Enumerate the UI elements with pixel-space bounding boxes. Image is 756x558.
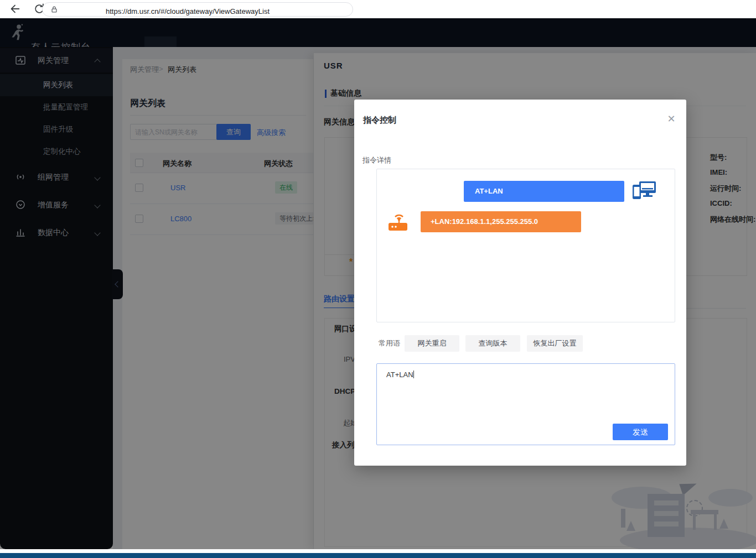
command-control-modal: 指令控制 ✕ 指令详情 AT+LAN +LAN:192.168.1.1,255.… bbox=[354, 100, 686, 466]
gateway-restart-button[interactable]: 网关重启 bbox=[405, 335, 459, 352]
gateway-reply-bubble: +LAN:192.168.1.1,255.255.255.0 bbox=[421, 211, 581, 232]
taskbar-edge bbox=[0, 553, 756, 558]
query-version-button[interactable]: 查询版本 bbox=[465, 335, 520, 352]
page-bottom-strip bbox=[0, 549, 756, 553]
close-icon[interactable]: ✕ bbox=[665, 113, 677, 125]
url-text[interactable]: https://dm.usr.cn/#/cloud/gateway/ViewGa… bbox=[106, 7, 270, 15]
client-device-icon bbox=[633, 180, 657, 202]
common-phrases-label: 常用语 bbox=[379, 338, 400, 348]
send-button[interactable]: 发送 bbox=[613, 424, 668, 440]
browser-bar: https://dm.usr.cn/#/cloud/gateway/ViewGa… bbox=[0, 0, 756, 18]
text-caret bbox=[413, 371, 414, 378]
command-detail-label: 指令详情 bbox=[363, 155, 391, 165]
screen: https://dm.usr.cn/#/cloud/gateway/ViewGa… bbox=[0, 0, 756, 558]
factory-reset-button[interactable]: 恢复出厂设置 bbox=[527, 335, 583, 352]
router-icon bbox=[387, 210, 408, 232]
address-bar[interactable]: https://dm.usr.cn/#/cloud/gateway/ViewGa… bbox=[42, 2, 353, 17]
command-input-value: AT+LAN bbox=[386, 371, 413, 379]
modal-title: 指令控制 bbox=[363, 115, 396, 126]
back-icon[interactable] bbox=[9, 3, 21, 15]
sent-command-bubble: AT+LAN bbox=[464, 181, 624, 202]
lock-icon bbox=[50, 6, 58, 13]
